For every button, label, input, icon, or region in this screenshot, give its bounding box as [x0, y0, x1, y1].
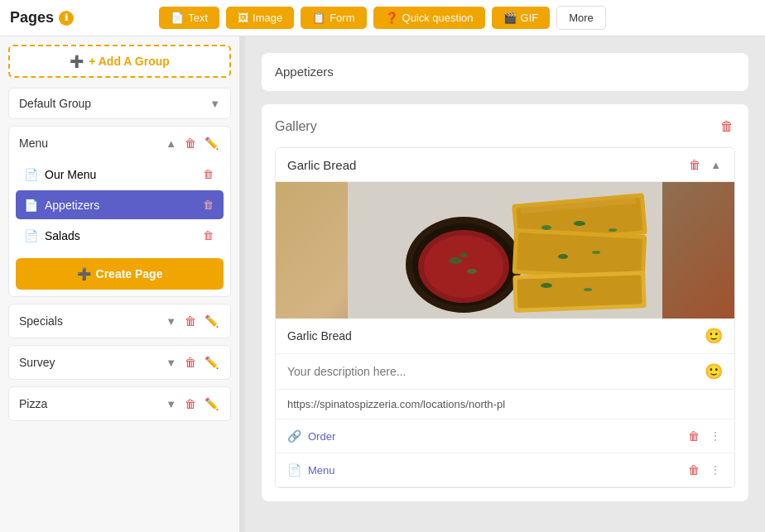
group-menu-label: Menu: [19, 137, 48, 150]
gallery-delete-button[interactable]: 🗑: [719, 117, 735, 136]
svg-point-16: [541, 225, 551, 230]
garlic-bread-name-input[interactable]: [287, 329, 705, 343]
group-menu-header[interactable]: Menu ▲ 🗑 ✏️: [9, 127, 230, 160]
emoji-icon[interactable]: 🙂: [705, 362, 723, 381]
chevron-up-icon: ▲: [710, 159, 721, 171]
more-label: More: [569, 12, 594, 24]
appetizers-label: Appetizers: [45, 199, 99, 212]
survey-collapse-button[interactable]: ▼: [164, 355, 178, 371]
menu-collapse-button[interactable]: ▲: [164, 136, 178, 151]
svg-point-20: [592, 251, 600, 254]
salads-label: Salads: [45, 229, 80, 242]
breadcrumb: Appetizers: [275, 65, 334, 79]
order-delete-button[interactable]: 🗑: [686, 428, 701, 444]
gallery-item-header: Garlic Bread 🗑 ▲: [276, 148, 734, 182]
gif-button[interactable]: 🎬 GIF: [492, 7, 551, 29]
trash-icon: 🗑: [203, 229, 214, 242]
add-group-label: + Add A Group: [89, 55, 170, 68]
svg-point-19: [558, 254, 568, 259]
salads-delete-button[interactable]: 🗑: [201, 228, 215, 243]
emoji-icon[interactable]: 🙂: [705, 327, 723, 345]
more-button[interactable]: More: [556, 6, 606, 30]
garlic-bread-description-input[interactable]: [287, 365, 705, 378]
group-survey-header[interactable]: Survey ▼ 🗑 ✏️: [9, 346, 230, 379]
menu-action-right: 🗑 ⋮: [686, 462, 723, 478]
gallery-card: Gallery 🗑 Garlic Bread 🗑 ▲: [262, 104, 748, 501]
info-icon: ℹ: [59, 11, 74, 26]
sidebar-item-salads[interactable]: 📄 Salads 🗑: [16, 221, 224, 250]
menu-delete-button[interactable]: 🗑: [183, 135, 198, 151]
chevron-down-icon: ▼: [166, 315, 176, 328]
sidebar: ➕ + Add A Group Default Group ▼ Menu: [0, 36, 240, 532]
group-specials-header[interactable]: Specials ▼ 🗑 ✏️: [9, 304, 230, 338]
svg-point-7: [467, 269, 477, 274]
chevron-down-icon: ▼: [166, 398, 176, 410]
gallery-item-delete-button[interactable]: 🗑: [687, 156, 702, 173]
svg-point-22: [584, 288, 592, 291]
trash-icon: 🗑: [203, 199, 214, 211]
trash-icon: 🗑: [689, 158, 700, 171]
quick-question-button[interactable]: ❓ Quick question: [373, 7, 485, 29]
create-page-label: Create Page: [96, 267, 163, 280]
gallery-item-link: https://spinatospizzeria.com/locations/n…: [287, 398, 723, 410]
appetizers-delete-button[interactable]: 🗑: [201, 197, 215, 213]
menu-action-reorder-button[interactable]: ⋮: [708, 462, 723, 478]
quick-question-icon: ❓: [385, 12, 398, 24]
form-label: Form: [330, 12, 354, 24]
sidebar-item-our-menu[interactable]: 📄 Our Menu 🗑: [16, 160, 224, 189]
food-image: [276, 182, 734, 319]
form-button[interactable]: 📋 Form: [301, 7, 366, 29]
quick-question-label: Quick question: [402, 12, 474, 24]
pizza-collapse-button[interactable]: ▼: [164, 396, 178, 412]
trash-icon: 🗑: [185, 356, 196, 369]
sidebar-item-appetizers[interactable]: 📄 Appetizers 🗑: [16, 190, 224, 219]
gallery-item-collapse-button[interactable]: ▲: [709, 157, 723, 173]
image-button[interactable]: 🖼 Image: [226, 7, 294, 29]
gallery-trash-icon: 🗑: [720, 119, 734, 133]
menu-edit-button[interactable]: ✏️: [203, 135, 220, 151]
our-menu-delete-button[interactable]: 🗑: [201, 166, 215, 182]
survey-edit-button[interactable]: ✏️: [203, 354, 220, 371]
form-icon: 📋: [312, 12, 325, 24]
chevron-up-icon: ▲: [166, 137, 176, 150]
group-pizza-header[interactable]: Pizza ▼ 🗑 ✏️: [9, 387, 230, 420]
group-specials: Specials ▼ 🗑 ✏️: [8, 304, 231, 338]
specials-edit-button[interactable]: ✏️: [203, 313, 220, 329]
order-action-left: 🔗 Order: [287, 429, 335, 443]
trash-icon: 🗑: [185, 137, 196, 150]
plus-icon: ➕: [70, 55, 84, 68]
svg-rect-15: [517, 275, 642, 308]
text-icon: 📄: [171, 12, 184, 24]
order-action-row: 🔗 Order 🗑 ⋮: [276, 419, 734, 453]
svg-point-17: [574, 221, 585, 226]
order-action-label[interactable]: Order: [308, 430, 335, 443]
image-label: Image: [253, 12, 282, 24]
edit-icon: ✏️: [204, 137, 219, 150]
menu-pages: 📄 Our Menu 🗑 📄 Appetizers 🗑: [9, 160, 230, 296]
group-default: Default Group ▼: [8, 88, 231, 119]
group-pizza: Pizza ▼ 🗑 ✏️: [8, 386, 231, 421]
chevron-down-icon: ▼: [166, 357, 176, 369]
menu-action-delete-button[interactable]: 🗑: [686, 462, 701, 478]
add-group-button[interactable]: ➕ + Add A Group: [8, 45, 231, 78]
menu-action-label[interactable]: Menu: [308, 464, 335, 477]
specials-collapse-button[interactable]: ▼: [164, 314, 178, 329]
svg-rect-13: [517, 232, 642, 276]
svg-point-18: [609, 228, 617, 232]
group-default-header[interactable]: Default Group ▼: [9, 89, 230, 118]
edit-icon: ✏️: [204, 397, 219, 410]
trash-icon: 🗑: [185, 314, 196, 328]
survey-delete-button[interactable]: 🗑: [183, 354, 198, 371]
pizza-edit-button[interactable]: ✏️: [203, 395, 220, 412]
create-page-button[interactable]: ➕ Create Page: [16, 258, 224, 290]
text-button[interactable]: 📄 Text: [159, 7, 219, 29]
gallery-item-actions: 🗑 ▲: [687, 156, 723, 173]
plus-circle-icon: ➕: [77, 267, 91, 280]
group-pizza-label: Pizza: [19, 397, 47, 410]
group-default-label: Default Group: [19, 97, 91, 110]
pizza-delete-button[interactable]: 🗑: [183, 395, 198, 412]
trash-icon: 🗑: [688, 463, 700, 477]
specials-delete-button[interactable]: 🗑: [183, 313, 198, 329]
order-reorder-button[interactable]: ⋮: [708, 428, 723, 444]
gallery-item-title: Garlic Bread: [287, 158, 356, 172]
